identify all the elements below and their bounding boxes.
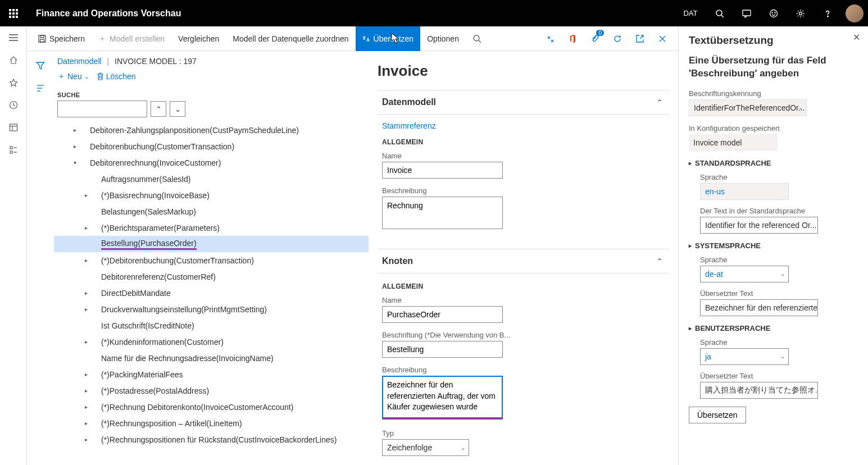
tree-node[interactable]: Auftragsnummer(SalesId): [54, 171, 369, 187]
tree-node[interactable]: Ist Gutschrift(IsCreditNote): [54, 317, 369, 334]
plus-icon: ＋: [57, 71, 65, 81]
search-icon[interactable]: [706, 0, 733, 27]
tree-node[interactable]: ▸(*)Basisrechnung(InvoiceBase): [54, 187, 369, 203]
default-lang-header[interactable]: ▸STANDARDSPRACHE: [689, 159, 858, 167]
search-input[interactable]: [57, 101, 147, 117]
caret-icon: ▸: [82, 257, 90, 263]
svg-point-12: [770, 10, 778, 17]
app-topbar: Finance and Operations Vorschau DAT: [0, 0, 868, 26]
tree-node-label: Belastungen(SalesMarkup): [90, 207, 196, 216]
breadcrumb: Datenmodell | INVOICE MODEL : 197: [54, 51, 369, 69]
config-label: In Konfiguration gespeichert: [689, 124, 858, 133]
tree-node[interactable]: ▸(*)Debitorenbuchung(CustomerTransaction…: [54, 252, 369, 268]
detail-pane: Invoice Datenmodell ⌃ Stammreferenz ALLG…: [369, 51, 678, 465]
favorites-icon[interactable]: [0, 71, 27, 94]
sort-icon[interactable]: [31, 79, 49, 97]
tree-scroll[interactable]: ▸Debitoren-Zahlungsplanpositionen(CustPa…: [54, 122, 369, 465]
cmdbar-search-icon[interactable]: [466, 26, 488, 51]
feedback-icon[interactable]: [760, 0, 787, 27]
office-icon[interactable]: [561, 26, 584, 51]
tree-node[interactable]: ▸DirectDebitMandate: [54, 285, 369, 301]
tree-node[interactable]: Bestellung(PurchaseOrder): [54, 236, 369, 252]
section-node-header[interactable]: Knoten ⌃: [378, 249, 669, 273]
svg-point-15: [799, 12, 802, 15]
tree-node[interactable]: ▸(*)Kundeninformationen(Customer): [54, 334, 369, 350]
workspaces-icon[interactable]: [0, 116, 27, 139]
home-icon[interactable]: [0, 49, 27, 71]
company-picker[interactable]: DAT: [677, 0, 704, 27]
save-button[interactable]: Speichern: [31, 26, 92, 51]
type-select[interactable]: Zeichenfolge⌄: [382, 439, 469, 456]
system-lang-select[interactable]: de-at⌄: [700, 266, 789, 282]
system-text-value[interactable]: Bezeichner für den referenzierte...: [700, 299, 818, 316]
new-button[interactable]: ＋Neu⌄: [57, 71, 89, 81]
translate-action-button[interactable]: Übersetzen: [689, 407, 746, 423]
tree-node[interactable]: ▸Druckverwaltungseinstellung(PrintMgmtSe…: [54, 301, 369, 317]
user-lang-header[interactable]: ▸BENUTZERSPRACHE: [689, 324, 858, 332]
close-form-icon[interactable]: [651, 26, 674, 51]
root-reference-link[interactable]: Stammreferenz: [382, 121, 436, 130]
default-text-label: Der Text in der Standardsprache: [700, 207, 858, 215]
tree-node[interactable]: ▸(*)Rechnungspositionen für Rückstand(Cu…: [54, 431, 369, 448]
attachments-icon[interactable]: 0: [584, 26, 606, 51]
tree-node-label: Debitorenbuchung(CustomerTransaction): [79, 142, 234, 151]
save-label: Speichern: [49, 34, 85, 43]
translate-button[interactable]: Übersetzen: [356, 26, 421, 51]
tree-node-label: (*)Basisrechnung(InvoiceBase): [90, 191, 210, 200]
section-datamodel-header[interactable]: Datenmodell ⌃: [378, 90, 669, 115]
breadcrumb-root[interactable]: Datenmodell: [57, 57, 102, 66]
tree-node[interactable]: ▸(*)Rechnung Debitorenkonto(InvoiceCusto…: [54, 399, 369, 415]
user-text-value[interactable]: 購入担当者が割り当てた参照オ...: [700, 382, 818, 399]
delete-button[interactable]: Löschen: [97, 72, 136, 81]
messages-icon[interactable]: [733, 0, 760, 27]
modules-icon[interactable]: [0, 139, 27, 161]
caption-input[interactable]: [382, 341, 503, 358]
svg-rect-26: [10, 151, 12, 153]
tree-node[interactable]: ▸(*)Rechnungsposition – Artikel(LineItem…: [54, 415, 369, 431]
tree-node[interactable]: ▸(*)PackingMaterialFees: [54, 366, 369, 382]
settings-icon[interactable]: [787, 0, 814, 27]
options-button[interactable]: Optionen: [420, 26, 466, 51]
triangle-down-icon: ▸: [689, 160, 692, 166]
general-subheader: ALLGEMEIN: [382, 138, 665, 146]
user-avatar[interactable]: [841, 0, 868, 27]
tree-node[interactable]: Name für die Rechnungsadresse(InvoicingN…: [54, 350, 369, 366]
map-datasource-button[interactable]: Modell der Datenquelle zuordnen: [226, 26, 355, 51]
tree-node[interactable]: ▸(*)Berichtsparameter(Parameters): [54, 220, 369, 236]
filter-icon[interactable]: [31, 57, 49, 75]
user-lang-select[interactable]: ja⌄: [700, 348, 789, 365]
label-id-field[interactable]: IdentifierForTheReferencedOr...⌄: [689, 99, 807, 116]
tree-node[interactable]: Belastungen(SalesMarkup): [54, 203, 369, 220]
language-label-1: Sprache: [700, 173, 858, 181]
help-icon[interactable]: [814, 0, 841, 27]
popout-icon[interactable]: [629, 26, 651, 51]
refresh-icon[interactable]: [606, 26, 629, 51]
tree-node[interactable]: ▸Debitorenbuchung(CustomerTransaction): [54, 138, 369, 154]
tree-node[interactable]: ▾Debitorenrechnung(InvoiceCustomer): [54, 154, 369, 171]
system-lang-header[interactable]: ▸SYSTEMSPRACHE: [689, 241, 858, 250]
tree-node[interactable]: Debitorenreferenz(CustomerRef): [54, 268, 369, 285]
tree-node[interactable]: ▸(*)Postadresse(PostalAddress): [54, 382, 369, 399]
compare-button[interactable]: Vergleichen: [171, 26, 226, 51]
caret-icon: ▸: [82, 339, 90, 345]
search-next-icon[interactable]: ⌄: [170, 101, 185, 117]
model-create-button[interactable]: ＋Modell erstellen: [92, 26, 171, 51]
default-text-value[interactable]: Identifier for the referenced Or...: [700, 217, 818, 234]
node-name-input[interactable]: [382, 306, 503, 323]
svg-point-16: [828, 16, 829, 17]
description-input[interactable]: [382, 197, 503, 229]
personalize-icon[interactable]: [539, 26, 561, 51]
tree-node-label: (*)Rechnung Debitorenkonto(InvoiceCustom…: [90, 403, 293, 412]
svg-rect-11: [743, 10, 751, 16]
recent-icon[interactable]: [0, 94, 27, 116]
svg-line-32: [479, 40, 481, 43]
tree-node-label: Debitoren-Zahlungsplanpositionen(CustPay…: [79, 126, 299, 135]
options-label: Optionen: [427, 34, 459, 43]
search-prev-icon[interactable]: ⌃: [151, 101, 166, 117]
tree-node[interactable]: ▸Debitoren-Zahlungsplanpositionen(CustPa…: [54, 122, 369, 138]
name-input[interactable]: [382, 162, 503, 179]
node-description-input[interactable]: [382, 376, 503, 420]
close-panel-icon[interactable]: ✕: [853, 32, 860, 43]
app-launcher[interactable]: [0, 0, 27, 27]
nav-toggle-icon[interactable]: [0, 26, 27, 49]
